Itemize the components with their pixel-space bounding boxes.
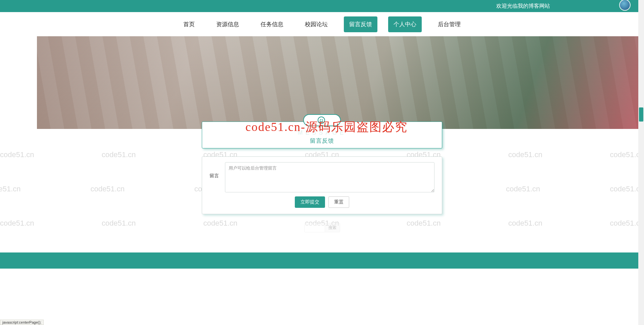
submit-button[interactable]: 立即提交: [295, 196, 325, 208]
footer: [0, 252, 644, 269]
search-button[interactable]: 搜索: [325, 223, 340, 232]
message-textarea[interactable]: [225, 162, 434, 192]
nav-feedback[interactable]: 留言反馈: [344, 16, 377, 32]
main-nav: 首页 资源信息 任务信息 校园论坛 留言反馈 个人中心 后台管理: [0, 12, 644, 36]
welcome-text: 欢迎光临我的博客网站: [496, 3, 550, 10]
nav-forum[interactable]: 校园论坛: [300, 16, 333, 32]
scrollbar-track[interactable]: [638, 0, 644, 269]
nav-profile[interactable]: 个人中心: [388, 16, 422, 32]
message-label: 留言: [210, 162, 220, 179]
nav-home[interactable]: 首页: [178, 16, 200, 32]
nav-admin[interactable]: 后台管理: [432, 16, 466, 32]
scrollbar-thumb[interactable]: [639, 107, 643, 122]
feedback-form: 留言 立即提交 重置: [202, 156, 442, 214]
avatar[interactable]: [619, 0, 631, 11]
reset-button[interactable]: 重置: [328, 196, 349, 208]
nav-tasks[interactable]: 任务信息: [255, 16, 289, 32]
red-overlay-text: code51.cn-源码乐园盗图必究: [245, 119, 408, 135]
title-sub: 留言反馈: [202, 137, 442, 145]
title-wrap: MESSAGE 留言反馈 code51.cn-源码乐园盗图必究: [202, 122, 442, 148]
nav-resources[interactable]: 资源信息: [211, 16, 244, 32]
search-wrap: 搜索: [202, 223, 442, 232]
top-bar: 欢迎光临我的博客网站: [0, 0, 644, 12]
search-input[interactable]: [305, 223, 325, 232]
